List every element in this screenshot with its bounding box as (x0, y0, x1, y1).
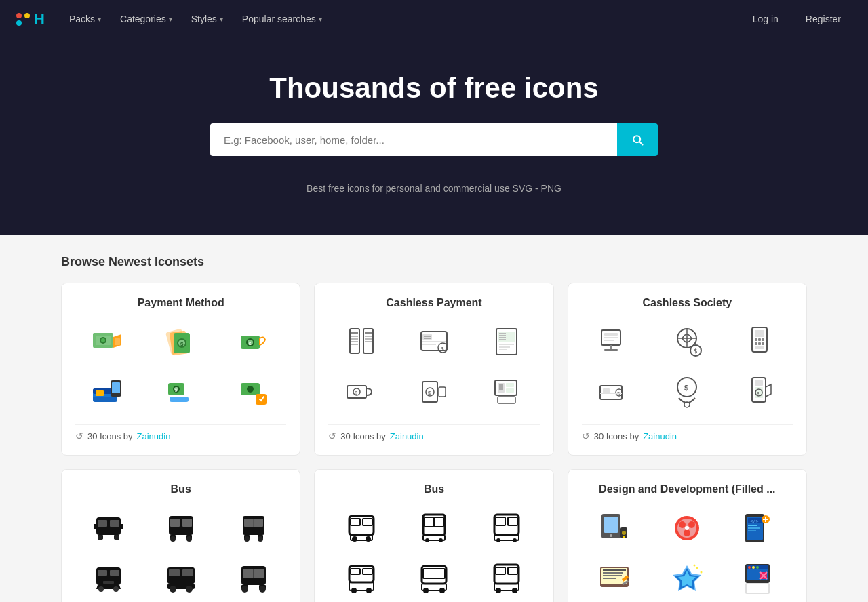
icon-cell (474, 557, 540, 600)
icon-cell (220, 557, 286, 600)
svg-rect-180 (496, 567, 505, 574)
nav-styles[interactable]: Styles ▾ (183, 8, 231, 30)
svg-rect-54 (499, 335, 506, 336)
svg-rect-210 (603, 578, 616, 579)
card-cashless-payment[interactable]: Cashless Payment (314, 283, 553, 456)
svg-rect-31 (256, 394, 267, 405)
icon-cell (582, 557, 648, 600)
cashless-icon-5: $ (416, 374, 452, 410)
svg-point-183 (496, 588, 501, 593)
svg-rect-90 (762, 338, 764, 341)
svg-rect-59 (499, 349, 507, 350)
payment-icon-1 (90, 323, 127, 360)
svg-rect-201 (748, 525, 757, 526)
section-title: Browse Newest Iconsets (61, 255, 807, 269)
svg-rect-23 (112, 382, 120, 393)
icon-cell: $ (727, 370, 793, 414)
svg-rect-207 (603, 569, 626, 571)
svg-text:$: $ (684, 384, 688, 392)
icon-cell (654, 506, 720, 550)
svg-text:$: $ (694, 348, 697, 355)
search-button[interactable] (617, 123, 658, 156)
payment-icon-2: $ (163, 323, 199, 360)
card-design-dev[interactable]: Design and Development (Filled ... (568, 469, 807, 602)
society-icon-5: $ (669, 374, 705, 410)
svg-rect-46 (424, 338, 431, 339)
icon-preview-grid (75, 506, 286, 600)
nav-packs[interactable]: Packs ▾ (61, 8, 109, 30)
card-bus-1[interactable]: Bus (61, 469, 300, 602)
logo[interactable]: H (16, 10, 45, 28)
icon-cell (401, 506, 467, 550)
icon-cell (148, 506, 214, 550)
author-link[interactable]: Zainudin (390, 431, 424, 441)
svg-rect-228 (747, 584, 768, 593)
card-bus-2[interactable]: Bus (314, 469, 553, 602)
svg-point-167 (513, 538, 517, 542)
search-input[interactable] (210, 123, 617, 156)
svg-point-216 (701, 571, 703, 574)
svg-point-189 (623, 536, 625, 538)
svg-point-190 (622, 531, 626, 535)
popular-arrow: ▾ (319, 16, 322, 23)
icon-cell: $ (654, 320, 720, 363)
svg-rect-94 (755, 346, 764, 349)
card-meta: ↺ 30 Icons by Zainudin (75, 424, 286, 441)
icon-cell: </> (727, 506, 793, 550)
svg-rect-115 (94, 524, 96, 529)
card-title: Cashless Society (582, 297, 793, 309)
login-button[interactable]: Log in (742, 8, 789, 30)
recycle-icon: ↺ (582, 430, 590, 441)
cashless-icon-2: $ (416, 323, 452, 360)
icon-cell (474, 506, 540, 550)
svg-rect-151 (351, 519, 360, 525)
hero-subtitle: Best free icons for personal and commerc… (14, 183, 854, 194)
register-button[interactable]: Register (795, 8, 852, 30)
icon-cell (727, 557, 793, 600)
author-link[interactable]: Zainudin (643, 431, 677, 441)
svg-point-172 (351, 588, 357, 593)
svg-point-130 (258, 536, 263, 542)
nav-popular-searches[interactable]: Popular searches ▾ (234, 8, 330, 30)
society-icon-1 (596, 323, 633, 360)
svg-rect-116 (121, 524, 123, 529)
card-title: Bus (75, 483, 286, 496)
author-link[interactable]: Zainudin (137, 431, 171, 441)
categories-arrow: ▾ (169, 16, 172, 23)
svg-rect-78 (604, 340, 614, 341)
icon-preview-grid: $ (328, 320, 539, 414)
icon-preview-grid: $ (582, 320, 793, 414)
svg-rect-19 (96, 390, 104, 396)
svg-rect-53 (499, 333, 506, 334)
card-cashless-society[interactable]: Cashless Society (568, 283, 807, 456)
search-icon (631, 133, 644, 146)
society-icon-2: $ (669, 323, 705, 360)
icon-preview-grid (328, 506, 539, 600)
payment-icon-3: $ (235, 323, 272, 360)
svg-text:$: $ (428, 390, 431, 396)
bus2-icon-2 (416, 510, 452, 546)
svg-point-194 (688, 521, 695, 528)
payment-icon-6 (235, 374, 272, 410)
svg-rect-109 (98, 520, 107, 527)
svg-text:$: $ (441, 346, 444, 352)
svg-point-135 (113, 586, 119, 592)
logo-letter: H (34, 10, 45, 28)
bus-icon-6 (236, 561, 271, 596)
svg-rect-202 (748, 527, 760, 529)
svg-rect-66 (439, 387, 446, 397)
bus-icon-4 (91, 561, 126, 596)
svg-point-161 (439, 538, 443, 542)
svg-rect-152 (363, 519, 372, 525)
svg-rect-55 (499, 337, 506, 338)
card-meta: ↺ 30 Icons by Zainudin (328, 424, 539, 441)
card-title: Payment Method (75, 297, 286, 309)
svg-text:$: $ (757, 391, 760, 396)
bus-icon-2 (163, 510, 199, 546)
svg-text:</>: </> (750, 519, 759, 524)
svg-rect-91 (755, 342, 757, 345)
svg-rect-118 (170, 519, 180, 527)
nav-categories[interactable]: Categories ▾ (112, 8, 180, 30)
svg-point-148 (241, 586, 248, 593)
card-payment-method[interactable]: Payment Method (61, 283, 300, 456)
